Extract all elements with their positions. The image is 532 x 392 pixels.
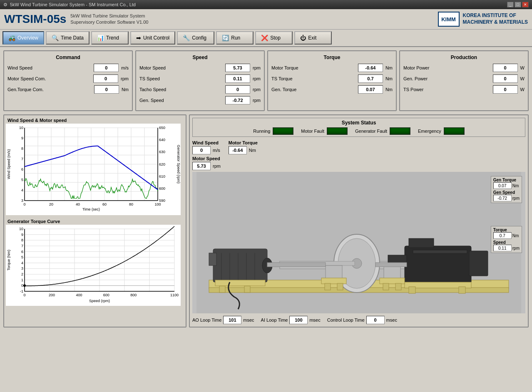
run-icon: 🔄 (222, 35, 229, 41)
ao-loop-value: 101 (223, 316, 241, 324)
torque-chart-container: Generator Torque Curve (6, 218, 184, 307)
title-bar-icon: ⚙ (3, 2, 7, 7)
motor-speed-live-value: 5.73 (192, 162, 211, 170)
charts-panel: Wind Speed & Motor speed Generator Torqu… (3, 114, 186, 327)
motor-speed-value: 5.73 (225, 64, 250, 72)
motor-power-value: 0 (493, 64, 518, 72)
command-panel: Command Wind Speed 0 m/s Motor Speed Com… (3, 50, 133, 111)
gen-fault-status: Generator Fault (355, 127, 410, 135)
motor-power-row: Motor Power 0 W (403, 64, 525, 72)
speed-panel: Speed Motor Speed 5.73 rpm TS Speed 0.11… (135, 50, 265, 111)
wind-chart (6, 124, 181, 215)
ts-power-value: 0 (493, 85, 518, 94)
stop-icon: ❌ (261, 35, 268, 41)
ao-loop-time: AO Loop Time 101 msec (192, 316, 254, 324)
gen-power-value: 0 (493, 74, 518, 83)
svg-rect-29 (325, 283, 331, 290)
tacho-speed-value: 0 (225, 85, 250, 94)
config-button[interactable]: 🔧 Config (177, 31, 214, 45)
title-bar-text: 5kW Wind Turbine Simulator System - SM I… (10, 2, 136, 7)
production-panel: Production Motor Power 0 W Gen. Power 0 … (399, 50, 529, 111)
close-button[interactable]: ✕ (522, 2, 529, 7)
gen-power-row: Gen. Power 0 W (403, 74, 525, 83)
system-status-section: System Status Running Motor Fault Genera… (192, 118, 525, 137)
svg-rect-26 (459, 287, 465, 293)
svg-rect-21 (469, 251, 488, 276)
gen-speed-value: -0.72 (225, 96, 250, 104)
ctrl-loop-time: Control Loop Time 0 msec (327, 316, 397, 324)
svg-rect-33 (383, 283, 389, 290)
overview-icon: 🚜 (8, 35, 15, 41)
svg-rect-5 (209, 253, 216, 265)
exit-button[interactable]: ⏻ Exit (294, 31, 332, 45)
stop-button[interactable]: ❌ Stop (255, 31, 293, 45)
unit-control-icon: ➡ (136, 35, 141, 41)
torque-panel: Torque Motor Torque -0.64 Nm TS Torque 0… (267, 50, 397, 111)
run-button[interactable]: 🔄 Run (216, 31, 254, 45)
trend-button[interactable]: 📊 Trend (91, 31, 129, 45)
motor-fault-led (327, 127, 348, 135)
svg-rect-35 (267, 263, 326, 267)
ts-power-row: TS Power 0 W (403, 85, 525, 94)
time-data-button[interactable]: 🔍 Time Data (46, 31, 89, 45)
machine-image: Gen Torque 0.07 Nm Gen Speed -0.72 rpm T… (192, 172, 525, 313)
gen-torque-cmd-value: 0 (94, 85, 119, 94)
wind-speed-live-group: Wind Speed 0 m/s (192, 140, 220, 154)
overview-button[interactable]: 🚜 Overview (2, 31, 44, 45)
svg-rect-12 (215, 280, 265, 286)
gen-speed-overlay-value: -0.72 (493, 195, 512, 201)
torque-overlay-value: 0.7 (493, 232, 512, 239)
status-machine-panel: System Status Running Motor Fault Genera… (189, 114, 529, 327)
gen-speed-row: Gen. Speed -0.72 rpm (139, 96, 261, 104)
svg-rect-23 (413, 250, 467, 253)
ts-speed-value: 0.11 (225, 74, 250, 83)
svg-rect-22 (409, 238, 434, 248)
maximize-button[interactable]: □ (515, 2, 521, 7)
kimm-logo: KIMM (438, 12, 460, 27)
unit-control-button[interactable]: ➡ Unit Control (130, 31, 175, 45)
exit-icon: ⏻ (300, 35, 306, 41)
motor-speed-row: Motor Speed 5.73 rpm (139, 64, 261, 72)
gen-torque-overlay: Gen Torque 0.07 Nm Gen Speed -0.72 rpm (491, 176, 522, 203)
svg-rect-30 (337, 283, 343, 290)
minimize-button[interactable]: _ (507, 2, 514, 7)
svg-rect-32 (380, 278, 405, 284)
gen-fault-led (390, 127, 410, 135)
wind-speed-live-value: 0 (192, 146, 211, 154)
gen-torque-overlay-value: 0.07 (493, 182, 512, 189)
motor-torque-live-value: -0.64 (229, 146, 247, 154)
motor-torque-live-group: Motor Torque -0.64 Nm (229, 140, 258, 154)
gen-torque-row: Gen. Torque 0.07 Nm (271, 85, 393, 94)
app-title: WTSIM-05s (4, 12, 66, 26)
motor-speed-cmd-value: 0 (93, 74, 118, 83)
emergency-status: Emergency (418, 127, 465, 135)
running-status: Running (253, 127, 293, 135)
running-led (273, 127, 293, 135)
ts-torque-row: TS Torque 0.7 Nm (271, 74, 393, 83)
svg-rect-28 (321, 278, 346, 284)
kimm-text: KOREA INSTITUTE OF MACHINERY & MATERIALS (463, 12, 528, 25)
gen-torque-value: 0.07 (358, 85, 383, 94)
svg-rect-36 (375, 263, 407, 267)
motor-torque-value: -0.64 (358, 64, 383, 72)
wind-chart-container: Wind Speed & Motor speed (6, 117, 184, 216)
gen-torque-cmd-row: Gen.Torque Com. 0 Nm (7, 85, 129, 94)
wind-speed-row: Wind Speed 0 m/s (7, 64, 129, 72)
loop-times-section: AO Loop Time 101 msec AI Loop Time 100 m… (192, 316, 525, 324)
ai-loop-value: 100 (289, 316, 308, 324)
wind-speed-cmd-value: 0 (94, 64, 119, 72)
ai-loop-time: AI Loop Time 100 msec (261, 316, 321, 324)
app-subtitle: 5kW Wind Turbine Simulator System Superv… (70, 13, 148, 26)
ctrl-loop-value: 0 (366, 316, 385, 324)
torque-chart (6, 225, 181, 306)
torque-speed-overlay: Torque 0.7 Nm Speed 0.11 rpm (491, 226, 522, 253)
svg-rect-25 (409, 287, 415, 293)
svg-rect-13 (219, 286, 225, 293)
speed-overlay-value: 0.11 (493, 245, 512, 251)
svg-rect-34 (395, 283, 401, 290)
motor-speed-cmd-row: Motor Speed Com. 0 rpm (7, 74, 129, 83)
motor-fault-status: Motor Fault (301, 127, 348, 135)
svg-rect-14 (244, 286, 250, 293)
config-icon: 🔧 (183, 35, 190, 41)
ts-torque-value: 0.7 (358, 74, 383, 83)
